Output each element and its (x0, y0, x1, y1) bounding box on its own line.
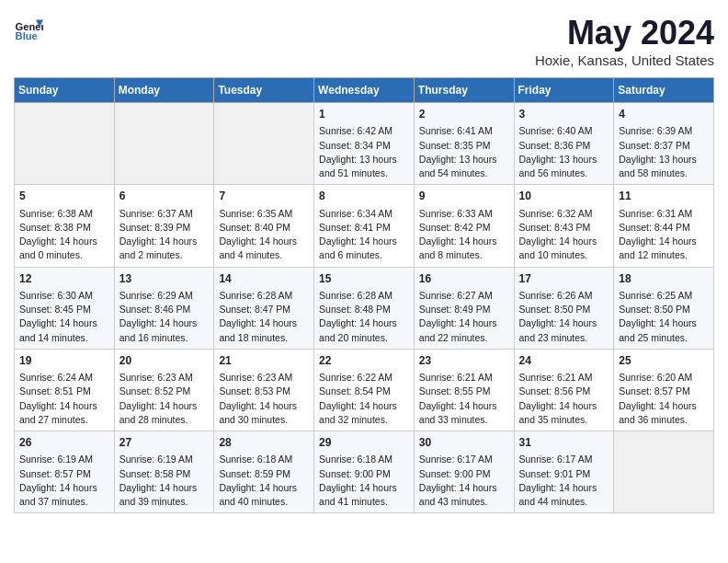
day-header-thursday: Thursday (414, 78, 514, 103)
sunset-text: Sunset: 8:39 PM (119, 222, 191, 233)
sunrise-text: Sunrise: 6:26 AM (519, 290, 593, 301)
sunset-text: Sunset: 9:00 PM (319, 468, 391, 479)
daylight-text: Daylight: 14 hours and 12 minutes. (619, 236, 697, 260)
day-number: 19 (19, 353, 109, 369)
daylight-text: Daylight: 14 hours and 39 minutes. (119, 482, 198, 507)
sunset-text: Sunset: 8:47 PM (219, 304, 290, 315)
sunset-text: Sunset: 8:58 PM (119, 468, 191, 479)
sunrise-text: Sunrise: 6:33 AM (419, 208, 493, 219)
sunrise-text: Sunrise: 6:18 AM (219, 454, 292, 465)
calendar-cell-24: 24Sunrise: 6:21 AMSunset: 8:56 PMDayligh… (514, 349, 614, 431)
calendar-cell-27: 27Sunrise: 6:19 AMSunset: 8:58 PMDayligh… (114, 431, 214, 513)
sunrise-text: Sunrise: 6:21 AM (419, 372, 493, 383)
calendar-cell-13: 13Sunrise: 6:29 AMSunset: 8:46 PMDayligh… (114, 267, 214, 349)
day-number: 3 (519, 107, 609, 122)
daylight-text: Daylight: 14 hours and 23 minutes. (519, 317, 597, 342)
calendar-cell-11: 11Sunrise: 6:31 AMSunset: 8:44 PMDayligh… (614, 185, 714, 267)
sunset-text: Sunset: 8:59 PM (219, 468, 290, 479)
calendar-cell-8: 8Sunrise: 6:34 AMSunset: 8:41 PMDaylight… (314, 185, 415, 267)
calendar-cell-30: 30Sunrise: 6:17 AMSunset: 9:00 PMDayligh… (414, 431, 514, 513)
daylight-text: Daylight: 14 hours and 14 minutes. (19, 317, 97, 342)
daylight-text: Daylight: 14 hours and 27 minutes. (19, 400, 97, 425)
daylight-text: Daylight: 13 hours and 58 minutes. (619, 154, 697, 178)
calendar-cell-empty (614, 431, 714, 513)
daylight-text: Daylight: 14 hours and 18 minutes. (219, 317, 297, 342)
calendar-cell-14: 14Sunrise: 6:28 AMSunset: 8:47 PMDayligh… (214, 267, 314, 349)
daylight-text: Daylight: 14 hours and 20 minutes. (319, 317, 397, 342)
daylight-text: Daylight: 14 hours and 40 minutes. (219, 482, 297, 507)
sunset-text: Sunset: 8:55 PM (419, 385, 491, 396)
sunset-text: Sunset: 8:57 PM (19, 468, 91, 479)
calendar-cell-16: 16Sunrise: 6:27 AMSunset: 8:49 PMDayligh… (414, 267, 514, 349)
calendar-table: SundayMondayTuesdayWednesdayThursdayFrid… (14, 77, 714, 513)
sunset-text: Sunset: 8:43 PM (519, 222, 591, 233)
sunrise-text: Sunrise: 6:19 AM (119, 454, 193, 465)
title-block: May 2024 Hoxie, Kansas, United States (535, 14, 714, 68)
sunset-text: Sunset: 8:44 PM (619, 222, 690, 233)
sunrise-text: Sunrise: 6:38 AM (19, 208, 93, 219)
day-header-monday: Monday (114, 78, 214, 103)
day-number: 8 (319, 189, 409, 204)
sunset-text: Sunset: 8:50 PM (519, 304, 591, 315)
calendar-cell-23: 23Sunrise: 6:21 AMSunset: 8:55 PMDayligh… (414, 349, 514, 431)
week-row-4: 26Sunrise: 6:19 AMSunset: 8:57 PMDayligh… (15, 431, 714, 513)
daylight-text: Daylight: 14 hours and 28 minutes. (119, 400, 198, 425)
day-header-friday: Friday (514, 78, 614, 103)
sunset-text: Sunset: 8:51 PM (19, 385, 91, 396)
day-number: 12 (19, 271, 109, 287)
sunrise-text: Sunrise: 6:20 AM (619, 372, 692, 383)
calendar-cell-1: 1Sunrise: 6:42 AMSunset: 8:34 PMDaylight… (314, 103, 415, 185)
daylight-text: Daylight: 14 hours and 10 minutes. (519, 236, 597, 260)
week-row-3: 19Sunrise: 6:24 AMSunset: 8:51 PMDayligh… (15, 349, 714, 431)
day-number: 30 (419, 435, 509, 451)
day-number: 1 (319, 107, 409, 122)
logo-icon: General Blue (14, 14, 43, 43)
daylight-text: Daylight: 14 hours and 36 minutes. (619, 400, 697, 425)
sunset-text: Sunset: 8:56 PM (519, 385, 591, 396)
daylight-text: Daylight: 14 hours and 0 minutes. (19, 236, 97, 260)
sunset-text: Sunset: 9:01 PM (519, 468, 591, 479)
daylight-text: Daylight: 14 hours and 6 minutes. (319, 236, 397, 260)
sunrise-text: Sunrise: 6:29 AM (119, 290, 193, 301)
calendar-cell-17: 17Sunrise: 6:26 AMSunset: 8:50 PMDayligh… (514, 267, 614, 349)
sunrise-text: Sunrise: 6:22 AM (319, 372, 392, 383)
calendar-cell-18: 18Sunrise: 6:25 AMSunset: 8:50 PMDayligh… (614, 267, 714, 349)
sunrise-text: Sunrise: 6:23 AM (219, 372, 292, 383)
day-number: 21 (219, 353, 309, 369)
sunrise-text: Sunrise: 6:34 AM (319, 208, 392, 219)
daylight-text: Daylight: 13 hours and 51 minutes. (319, 154, 397, 178)
sunrise-text: Sunrise: 6:32 AM (519, 208, 593, 219)
daylight-text: Daylight: 13 hours and 56 minutes. (519, 154, 597, 178)
calendar-cell-9: 9Sunrise: 6:33 AMSunset: 8:42 PMDaylight… (414, 185, 514, 267)
sunrise-text: Sunrise: 6:25 AM (619, 290, 692, 301)
day-number: 6 (119, 189, 210, 204)
calendar-cell-3: 3Sunrise: 6:40 AMSunset: 8:36 PMDaylight… (514, 103, 614, 185)
day-header-saturday: Saturday (614, 78, 714, 103)
month-title: May 2024 (535, 14, 714, 52)
day-number: 17 (519, 271, 609, 287)
calendar-cell-empty (15, 103, 115, 185)
sunrise-text: Sunrise: 6:21 AM (519, 372, 593, 383)
calendar-cell-29: 29Sunrise: 6:18 AMSunset: 9:00 PMDayligh… (314, 431, 415, 513)
calendar-cell-6: 6Sunrise: 6:37 AMSunset: 8:39 PMDaylight… (114, 185, 214, 267)
sunset-text: Sunset: 8:35 PM (419, 140, 491, 151)
week-row-0: 1Sunrise: 6:42 AMSunset: 8:34 PMDaylight… (15, 103, 714, 185)
calendar-cell-4: 4Sunrise: 6:39 AMSunset: 8:37 PMDaylight… (614, 103, 714, 185)
sunset-text: Sunset: 8:42 PM (419, 222, 491, 233)
sunrise-text: Sunrise: 6:28 AM (219, 290, 292, 301)
sunrise-text: Sunrise: 6:35 AM (219, 208, 292, 219)
sunset-text: Sunset: 8:54 PM (319, 385, 391, 396)
daylight-text: Daylight: 14 hours and 41 minutes. (319, 482, 397, 507)
calendar-cell-12: 12Sunrise: 6:30 AMSunset: 8:45 PMDayligh… (15, 267, 115, 349)
daylight-text: Daylight: 14 hours and 8 minutes. (419, 236, 497, 260)
daylight-text: Daylight: 14 hours and 43 minutes. (419, 482, 497, 507)
daylight-text: Daylight: 14 hours and 16 minutes. (119, 317, 198, 342)
daylight-text: Daylight: 14 hours and 35 minutes. (519, 400, 597, 425)
daylight-text: Daylight: 14 hours and 33 minutes. (419, 400, 497, 425)
daylight-text: Daylight: 14 hours and 4 minutes. (219, 236, 297, 260)
daylight-text: Daylight: 14 hours and 32 minutes. (319, 400, 397, 425)
day-number: 7 (219, 189, 309, 204)
sunset-text: Sunset: 8:40 PM (219, 222, 290, 233)
daylight-text: Daylight: 14 hours and 30 minutes. (219, 400, 297, 425)
day-number: 28 (219, 435, 309, 451)
